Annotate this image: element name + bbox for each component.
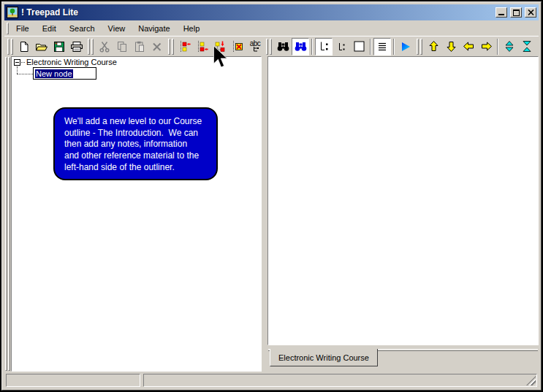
cut-button[interactable] — [96, 38, 113, 55]
insert-node-after-button[interactable] — [194, 38, 211, 55]
insert-node-after-icon — [197, 41, 208, 53]
arrow-left-icon — [463, 40, 475, 53]
find-button[interactable] — [274, 38, 292, 55]
move-node-left-button[interactable] — [460, 38, 477, 55]
toolbar-separator — [370, 39, 371, 55]
delete-button[interactable] — [148, 38, 166, 55]
article-lines-icon — [377, 42, 387, 52]
tree-view[interactable]: Electronic Writing Course New node — [11, 56, 262, 372]
binoculars-icon — [277, 41, 289, 53]
tree-collapse-box[interactable] — [14, 59, 20, 66]
tree-root-node[interactable]: Electronic Writing Course — [26, 58, 117, 66]
article-editor[interactable] — [267, 56, 539, 345]
maximize-icon — [513, 9, 520, 16]
expand-tree-button[interactable] — [501, 38, 518, 55]
blank-square-icon — [354, 41, 365, 52]
menu-edit[interactable]: Edit — [36, 22, 63, 34]
tree-connector — [17, 74, 33, 74]
minimize-icon — [498, 14, 504, 15]
outline-lines-large-button[interactable] — [315, 38, 333, 55]
window-title: ! Treepad Lite — [21, 7, 493, 18]
printer-icon — [70, 41, 83, 53]
toolbar-separator — [497, 39, 498, 55]
article-lines-button[interactable] — [373, 38, 391, 55]
outline-lines-small-icon — [336, 42, 346, 52]
paste-icon — [134, 41, 145, 53]
tutorial-balloon: We'll add a new level to our Course outl… — [53, 107, 218, 180]
toolbar-gripper[interactable] — [265, 39, 273, 55]
delete-node-icon — [232, 41, 243, 53]
new-file-icon — [18, 41, 30, 53]
tree-connector — [17, 66, 18, 74]
status-panel-1 — [6, 374, 140, 387]
expand-tree-icon — [504, 40, 515, 53]
toolbar-separator — [393, 39, 395, 55]
save-file-button[interactable] — [50, 38, 68, 55]
toolbar-gripper[interactable] — [167, 39, 175, 55]
balloon-line: then add any notes, information — [64, 139, 207, 150]
open-file-button[interactable] — [33, 38, 50, 55]
menu-help[interactable]: Help — [177, 22, 207, 34]
toolbar-gripper[interactable] — [416, 39, 423, 55]
title-bar[interactable]: ! Treepad Lite — [4, 4, 539, 20]
menu-gripper[interactable] — [7, 23, 9, 34]
main-area: Electronic Writing Course New node Elect… — [4, 56, 539, 372]
arrow-down-icon — [445, 40, 457, 53]
rename-node-icon: abc — [250, 41, 261, 53]
rename-node-button[interactable]: abc — [246, 38, 264, 55]
balloon-line: and other reference material to the — [64, 150, 207, 162]
outline-lines-small-button[interactable] — [333, 38, 350, 55]
print-button[interactable] — [68, 38, 86, 55]
tree-connector — [21, 62, 25, 63]
toolbar-gripper[interactable] — [87, 39, 94, 55]
copy-icon — [116, 41, 128, 53]
tree-pane-gripper[interactable] — [4, 56, 11, 372]
toolbar: abc — [4, 36, 539, 56]
minimize-button[interactable] — [495, 7, 507, 18]
node-rename-input[interactable]: New node — [33, 67, 96, 80]
insert-node-before-icon — [179, 41, 191, 53]
paste-button[interactable] — [131, 38, 148, 55]
arrow-right-icon — [480, 40, 493, 53]
delete-node-button[interactable] — [229, 38, 246, 55]
open-folder-icon — [35, 41, 48, 53]
article-tab[interactable]: Electronic Writing Course — [270, 349, 378, 366]
menu-bar: File Edit Search View Navigate Help — [4, 20, 539, 36]
menu-file[interactable]: File — [10, 22, 36, 34]
copy-button[interactable] — [113, 38, 131, 55]
collapse-tree-button[interactable] — [518, 38, 536, 55]
balloon-line: left-hand side of the outliner. — [64, 162, 207, 174]
binoculars-blue-icon — [295, 41, 307, 53]
toolbar-separator — [311, 39, 313, 55]
move-node-up-button[interactable] — [425, 38, 442, 55]
save-floppy-icon — [53, 41, 65, 53]
scissors-icon — [99, 41, 110, 53]
insert-node-before-button[interactable] — [176, 38, 194, 55]
move-node-right-button[interactable] — [477, 38, 495, 55]
blank-square-button[interactable] — [350, 38, 368, 55]
close-icon — [528, 9, 534, 15]
collapse-tree-icon — [521, 40, 533, 53]
toolbar-gripper[interactable] — [7, 39, 14, 55]
menu-view[interactable]: View — [102, 22, 132, 34]
move-node-down-button[interactable] — [442, 38, 460, 55]
play-icon — [400, 41, 411, 53]
selected-node-text: New node — [35, 69, 73, 78]
balloon-line: We'll add a new level to our Course — [64, 116, 207, 128]
pane-splitter[interactable] — [262, 56, 267, 372]
balloon-line: outline - The Introduction. We can — [64, 128, 207, 139]
article-pane: Electronic Writing Course — [267, 56, 539, 372]
menu-search[interactable]: Search — [63, 22, 102, 34]
app-window: ! Treepad Lite File Edit Search View Nav… — [1, 1, 542, 391]
maximize-button[interactable] — [510, 7, 522, 18]
find-next-button[interactable] — [292, 38, 309, 55]
play-button[interactable] — [397, 38, 414, 55]
close-button[interactable] — [525, 7, 536, 18]
status-bar — [4, 373, 539, 388]
article-tabstrip: Electronic Writing Course — [267, 345, 539, 372]
new-file-button[interactable] — [15, 38, 33, 55]
status-panel-2 — [143, 374, 537, 387]
app-tree-icon — [7, 7, 18, 18]
menu-navigate[interactable]: Navigate — [132, 22, 176, 34]
mouse-cursor — [213, 45, 229, 70]
